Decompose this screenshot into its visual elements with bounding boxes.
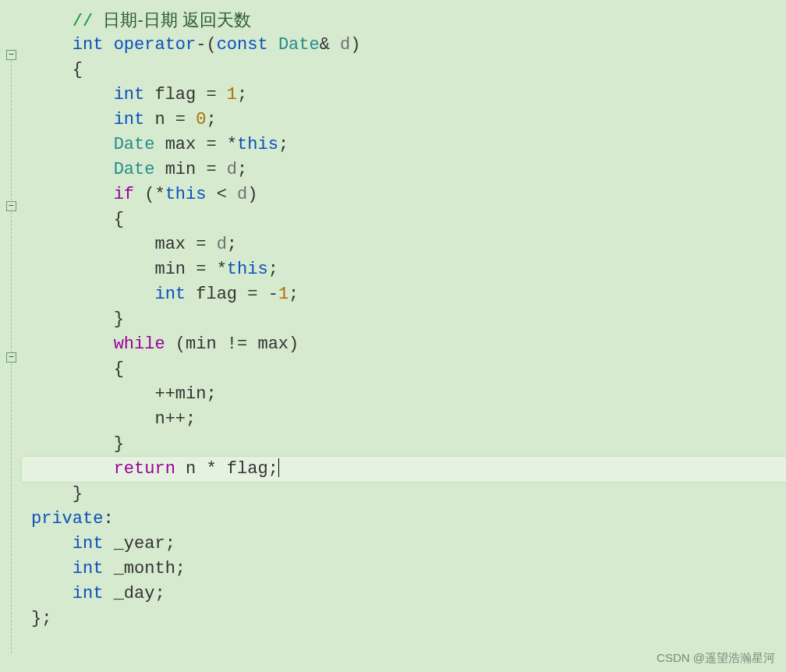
watermark: CSDN @遥望浩瀚星河 bbox=[657, 651, 775, 666]
code-line: } bbox=[22, 307, 786, 332]
code-line: private: bbox=[22, 507, 786, 532]
code-line: Date max = *this; bbox=[22, 133, 786, 157]
code-line: if (*this < d) bbox=[22, 182, 786, 207]
code-line: int flag = -1; bbox=[22, 282, 786, 307]
code-line: int _day; bbox=[22, 582, 786, 607]
code-line: int _year; bbox=[22, 532, 786, 557]
code-line: while (min != max) bbox=[22, 332, 786, 357]
code-line: max = d; bbox=[22, 232, 786, 257]
code-line: int operator-(const Date& d) bbox=[22, 33, 786, 58]
code-line: { bbox=[22, 357, 786, 382]
keyword-operator: operator bbox=[114, 35, 196, 55]
code-line: ++min; bbox=[22, 382, 786, 407]
code-line: int n = 0; bbox=[22, 108, 786, 133]
code-line: { bbox=[22, 207, 786, 232]
code-line: min = *this; bbox=[22, 257, 786, 282]
type-date: Date bbox=[278, 35, 320, 55]
keyword-private: private bbox=[31, 509, 103, 529]
code-area[interactable]: // 日期-日期 返回天数 int operator-(const Date& … bbox=[22, 0, 786, 672]
comment-text: 日期-日期 返回天数 bbox=[103, 10, 250, 30]
fold-toggle-func[interactable]: − bbox=[6, 50, 16, 60]
param-d: d bbox=[340, 35, 350, 55]
code-line: }; bbox=[22, 607, 786, 631]
comment-marker: // bbox=[73, 12, 104, 31]
text-cursor bbox=[278, 458, 279, 477]
code-line: int flag = 1; bbox=[22, 83, 786, 108]
code-line: { bbox=[22, 58, 786, 83]
code-line: int _month; bbox=[22, 557, 786, 582]
fold-gutter: − − − bbox=[0, 0, 22, 672]
code-line: } bbox=[22, 482, 786, 507]
keyword-int: int bbox=[73, 35, 104, 55]
code-line: n++; bbox=[22, 407, 786, 432]
code-line-active: return n * flag; bbox=[22, 457, 786, 482]
code-editor: − − − // 日期-日期 返回天数 int operator-(const … bbox=[0, 0, 786, 672]
fold-toggle-while[interactable]: − bbox=[6, 352, 16, 363]
code-line: } bbox=[22, 432, 786, 457]
keyword-const: const bbox=[217, 35, 268, 55]
code-line: Date min = d; bbox=[22, 157, 786, 182]
code-line: // 日期-日期 返回天数 bbox=[22, 8, 786, 33]
fold-toggle-if[interactable]: − bbox=[6, 201, 16, 211]
